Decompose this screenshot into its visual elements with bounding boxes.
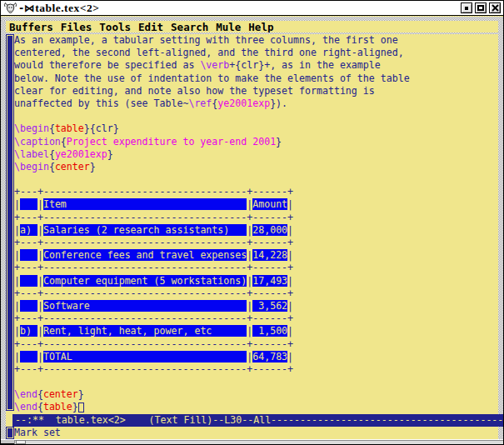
buffer-line: +---+-----------------------------------… xyxy=(14,262,498,274)
buffer-line: +---+-----------------------------------… xyxy=(14,363,498,376)
vertical-scrollbar-thumb[interactable] xyxy=(7,35,13,410)
menu-bar: BuffersFilesToolsEditSearchMuleHelp xyxy=(6,21,498,32)
buffer-text: | xyxy=(37,249,43,261)
mode-line: --:** table.tex<2> (Text Fill)--L30--All… xyxy=(12,414,503,427)
buffer-text: | xyxy=(14,275,20,287)
buffer-text: { xyxy=(49,148,55,160)
close-icon xyxy=(492,4,499,12)
buffer-line xyxy=(14,376,498,388)
region-highlight: 14,228 xyxy=(252,249,287,261)
buffer-line xyxy=(14,110,498,122)
emacs-window: -⋈ table.tex<2> BuffersFilesToolsEditSea… xyxy=(0,0,504,445)
buffer-text: { xyxy=(61,136,67,148)
horizontal-scrollbar-thumb[interactable] xyxy=(16,440,26,444)
icon-text: -⋈ xyxy=(18,2,34,14)
buffer-text: table xyxy=(55,122,84,134)
buffer-line: below. Note the use of indentation to ma… xyxy=(14,72,498,85)
gnu-emacs-icon[interactable] xyxy=(3,2,17,14)
buffer-line: \begin{table}{clr} xyxy=(14,122,498,135)
buffer-text: +---+-----------------------------------… xyxy=(14,262,293,273)
region-highlight: 28,000 xyxy=(252,224,287,236)
buffer-text: center xyxy=(55,161,90,172)
minimize-button[interactable] xyxy=(461,2,472,13)
buffer-text: +---+-----------------------------------… xyxy=(14,312,293,324)
buffer-text: +---+-----------------------------------… xyxy=(14,212,293,223)
region-highlight: 3,562 xyxy=(252,300,287,312)
region-highlight: Rent, light, heat, power, etc xyxy=(43,325,247,337)
menu-item-files[interactable]: Files xyxy=(61,21,92,33)
buffer-line: | |Item |Amount| xyxy=(14,198,498,211)
buffer-text: } xyxy=(276,136,282,148)
buffer-text: | xyxy=(37,351,43,362)
region-highlight xyxy=(20,300,37,312)
buffer-text: } xyxy=(78,388,84,400)
buffer-text: clear for editing, and note also how the… xyxy=(14,85,375,97)
buffer-line: would therefore be specified as \verb+{c… xyxy=(14,59,498,72)
buffer-text: | xyxy=(37,224,43,236)
buffer-text: +---+-----------------------------------… xyxy=(14,288,293,299)
buffer-line: +---+-----------------------------------… xyxy=(14,288,498,300)
buffer-text: | xyxy=(287,300,293,312)
buffer-text: | xyxy=(287,198,293,210)
buffer-text: { xyxy=(49,161,55,172)
buffer-line: | |Computer equipment (5 workstations)|1… xyxy=(14,275,498,288)
menu-item-buffers[interactable]: Buffers xyxy=(9,21,53,33)
buffer-text: below. Note the use of indentation to ma… xyxy=(14,72,410,84)
buffer-text: +---+-----------------------------------… xyxy=(14,338,293,350)
region-highlight: Conference fees and travel expenses xyxy=(43,249,247,261)
buffer-text: | xyxy=(14,198,20,210)
buffer-text: }{clr} xyxy=(84,122,119,134)
buffer-line: +---+-----------------------------------… xyxy=(14,186,498,198)
buffer-text: \caption xyxy=(14,136,61,148)
buffer-text: \end xyxy=(14,401,37,412)
horizontal-scrollbar-track[interactable] xyxy=(14,440,503,444)
close-button[interactable] xyxy=(489,2,501,13)
buffer-text: }). xyxy=(270,98,287,109)
buffer-line: +---+-----------------------------------… xyxy=(14,237,498,249)
buffer-text: | xyxy=(287,325,293,337)
buffer-line: |a) |Salaries (2 research assistants) |2… xyxy=(14,224,498,237)
buffer-line: +---+-----------------------------------… xyxy=(14,212,498,224)
region-highlight: 1,500 xyxy=(252,325,287,337)
buffer-text: | xyxy=(37,325,43,337)
buffer-line: As an example, a tabular setting with th… xyxy=(14,34,498,47)
buffer-line: clear for editing, and note also how the… xyxy=(14,85,498,98)
region-highlight: a) xyxy=(20,224,37,236)
region-highlight: Computer equipment (5 workstations) xyxy=(43,275,247,287)
menu-item-help[interactable]: Help xyxy=(248,21,273,33)
buffer-text: | xyxy=(37,198,43,210)
region-highlight xyxy=(20,249,37,261)
buffer-text: Project expenditure to year-end 2001 xyxy=(67,136,276,148)
region-highlight xyxy=(20,198,37,210)
buffer-text: | xyxy=(37,275,43,287)
region-highlight: TOTAL xyxy=(43,351,247,362)
minibuffer-scrollbar-thumb[interactable] xyxy=(7,428,13,438)
menu-item-tools[interactable]: Tools xyxy=(99,21,131,33)
title-bar[interactable]: -⋈ table.tex<2> xyxy=(1,1,503,16)
buffer-text: center xyxy=(43,388,78,400)
buffer-text: +---+-----------------------------------… xyxy=(14,237,293,248)
menu-item-mule[interactable]: Mule xyxy=(216,21,241,33)
buffer-text: | xyxy=(14,351,20,362)
region-highlight: Software xyxy=(43,300,247,312)
buffer-text: | xyxy=(14,249,20,261)
vertical-scrollbar[interactable] xyxy=(6,34,14,414)
buffer-text: | xyxy=(287,224,293,236)
buffer-text: ye2001exp xyxy=(55,148,107,160)
buffer-text: \begin xyxy=(14,122,49,134)
buffer-text: { xyxy=(49,122,55,134)
region-highlight xyxy=(20,351,37,362)
buffer-text-area[interactable]: As an example, a tabular setting with th… xyxy=(14,34,498,414)
menu-item-search[interactable]: Search xyxy=(171,21,208,33)
buffer-line: \begin{center} xyxy=(14,161,498,173)
buffer-text: +{clr}+, as in the example xyxy=(229,59,380,71)
buffer-text: | xyxy=(14,325,20,337)
maximize-button[interactable] xyxy=(475,2,487,13)
buffer-text: As an example, a tabular setting with th… xyxy=(14,34,398,46)
minibuffer[interactable]: Mark set xyxy=(14,427,498,439)
window-frame-border-right xyxy=(498,21,503,439)
buffer-line: \label{ye2001exp} xyxy=(14,148,498,161)
menu-item-edit[interactable]: Edit xyxy=(138,21,163,33)
horizontal-scrollbar[interactable] xyxy=(1,439,503,444)
region-highlight: Item xyxy=(43,198,247,210)
